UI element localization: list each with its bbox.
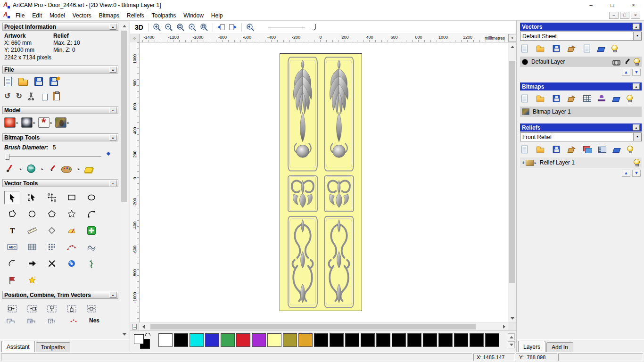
- transform-vectors-icon[interactable]: [44, 191, 60, 204]
- relief-dropdown[interactable]: Front Relief ▼: [520, 132, 642, 141]
- envelope-distortion-icon[interactable]: [4, 273, 20, 287]
- zoom-previous-icon[interactable]: [244, 22, 256, 33]
- door-artwork[interactable]: [280, 53, 362, 311]
- create-polygon-icon[interactable]: [44, 207, 60, 221]
- canvas-hscrollbar[interactable]: [130, 322, 516, 330]
- collapse-arrow-icon[interactable]: ▲: [109, 107, 116, 113]
- project-information-header[interactable]: Project Information ▲: [2, 23, 118, 31]
- paste-along-curve-icon[interactable]: [64, 240, 80, 254]
- color-swatch[interactable]: [236, 333, 250, 347]
- color-swatch[interactable]: [190, 333, 204, 347]
- create-ellipse-icon[interactable]: [83, 191, 99, 204]
- create-text-icon[interactable]: T: [4, 224, 20, 237]
- tab-layers[interactable]: Layers: [518, 341, 545, 352]
- mdi-close-button[interactable]: ×: [631, 12, 640, 19]
- flyout-arrow-icon[interactable]: ▸: [50, 121, 52, 125]
- color-swatch[interactable]: [407, 333, 421, 347]
- position-combine-header[interactable]: Position, Combine, Trim Vectors ▲: [2, 291, 118, 299]
- collapse-arrow-icon[interactable]: ▲: [109, 180, 116, 186]
- open-bitmap-layer-icon[interactable]: [537, 95, 544, 102]
- close-button[interactable]: ×: [623, 0, 644, 10]
- model-section-header[interactable]: Model ▲: [2, 106, 118, 114]
- expand-relief-layer-icon[interactable]: ▸: [535, 161, 537, 165]
- menu-help[interactable]: Help: [207, 11, 227, 20]
- collapse-arrow-icon[interactable]: ▲: [633, 24, 640, 30]
- slider-thumb[interactable]: [5, 154, 9, 160]
- previous-view-icon[interactable]: [215, 22, 227, 33]
- color-swatch[interactable]: [423, 333, 437, 347]
- drawing-canvas[interactable]: [140, 42, 508, 322]
- color-swatch[interactable]: [252, 333, 266, 347]
- create-arc-icon[interactable]: [83, 207, 99, 221]
- color-swatch[interactable]: [267, 333, 281, 347]
- block-copy-icon[interactable]: [44, 240, 60, 254]
- move-layer-down-button[interactable]: ▼: [632, 69, 641, 76]
- make-grid-icon[interactable]: [24, 240, 40, 254]
- ruler-units-dropdown[interactable]: ▼: [508, 34, 516, 42]
- color-swatch[interactable]: [205, 333, 219, 347]
- menu-model[interactable]: Model: [46, 11, 69, 20]
- primary-colour-swatch[interactable]: [134, 334, 144, 344]
- dimension-icon[interactable]: [64, 224, 80, 237]
- tab-addin[interactable]: Add In: [546, 342, 573, 352]
- scrollbar-track[interactable]: [508, 50, 516, 314]
- image-to-model-icon[interactable]: [55, 117, 66, 128]
- undo-icon[interactable]: ↺: [4, 92, 10, 100]
- create-circle-icon[interactable]: [24, 207, 40, 221]
- swap-colours-icon[interactable]: [145, 333, 150, 336]
- scrollbar-down-arrow[interactable]: [508, 314, 516, 322]
- view-corner-icon[interactable]: [130, 323, 139, 330]
- bitmap-tools-header[interactable]: Bitmap Tools ▲: [2, 133, 118, 141]
- relief-preview-icon[interactable]: [598, 147, 606, 153]
- color-swatch[interactable]: [485, 333, 499, 347]
- collapse-arrow-icon[interactable]: ▲: [633, 83, 640, 90]
- collapse-arrow-icon[interactable]: ▲: [109, 66, 116, 73]
- collapse-arrow-icon[interactable]: ▲: [633, 124, 640, 131]
- cut-icon[interactable]: [27, 92, 35, 100]
- switch-3d-view-button[interactable]: 3D: [135, 24, 146, 31]
- dropdown-arrow-icon[interactable]: ▼: [633, 32, 641, 40]
- select-vectors-icon[interactable]: [4, 191, 20, 204]
- zoom-out-icon[interactable]: [163, 22, 175, 33]
- zoom-in-icon[interactable]: [151, 22, 163, 33]
- zoom-page-icon[interactable]: [198, 22, 210, 33]
- layer-visibility-icon[interactable]: [634, 58, 640, 64]
- relief-stack-icon[interactable]: [583, 146, 591, 153]
- create-polyline-icon[interactable]: [4, 207, 20, 221]
- align-top-icon[interactable]: [44, 302, 60, 315]
- open-vector-layer-icon[interactable]: [537, 45, 544, 52]
- delete-relief-layer-icon[interactable]: [612, 148, 620, 153]
- ruler-origin-icon[interactable]: ⊹: [130, 34, 140, 42]
- measure-icon[interactable]: [24, 224, 40, 237]
- vector-doctor-icon[interactable]: [83, 224, 99, 237]
- merge-relief-layers-icon[interactable]: [568, 146, 576, 153]
- color-swatch[interactable]: [438, 333, 453, 347]
- save-vector-layer-icon[interactable]: [553, 45, 560, 52]
- toggle-all-bitmaps-visibility-icon[interactable]: [627, 95, 633, 101]
- scrollbar-thumb[interactable]: [509, 61, 515, 282]
- scrollbar-thumb[interactable]: [150, 324, 475, 329]
- menu-window[interactable]: Window: [180, 11, 207, 20]
- flyout-arrow-icon[interactable]: ▸: [33, 121, 35, 125]
- new-model-icon[interactable]: [4, 77, 12, 86]
- relief-visibility-icon[interactable]: [634, 159, 640, 165]
- flyout-arrow-icon[interactable]: ▸: [41, 167, 43, 171]
- save-model-icon[interactable]: [34, 77, 43, 86]
- align-bottom-icon[interactable]: [64, 302, 80, 315]
- slider-track[interactable]: [5, 156, 101, 157]
- minimize-button[interactable]: –: [580, 0, 602, 10]
- palette-scroll-down[interactable]: [508, 341, 515, 348]
- text-block-icon[interactable]: ABC: [4, 240, 20, 254]
- paint-brush-icon[interactable]: [4, 164, 14, 173]
- sparkle-star-icon[interactable]: [24, 273, 40, 287]
- move-layer-up-button[interactable]: ▲: [622, 170, 630, 177]
- bitmap-layer-row[interactable]: Bitmap Layer 1: [520, 107, 642, 117]
- toggle-all-reliefs-visibility-icon[interactable]: [627, 146, 633, 152]
- scrollbar-down-arrow[interactable]: [120, 330, 128, 338]
- combine-union-icon[interactable]: [6, 317, 16, 323]
- mdi-restore-button[interactable]: □: [620, 12, 629, 19]
- color-swatch[interactable]: [283, 333, 297, 347]
- reliefs-section-header[interactable]: Reliefs ▲: [520, 123, 642, 132]
- combine-intersect-icon[interactable]: [48, 317, 57, 323]
- save-bitmap-layer-icon[interactable]: [553, 95, 560, 102]
